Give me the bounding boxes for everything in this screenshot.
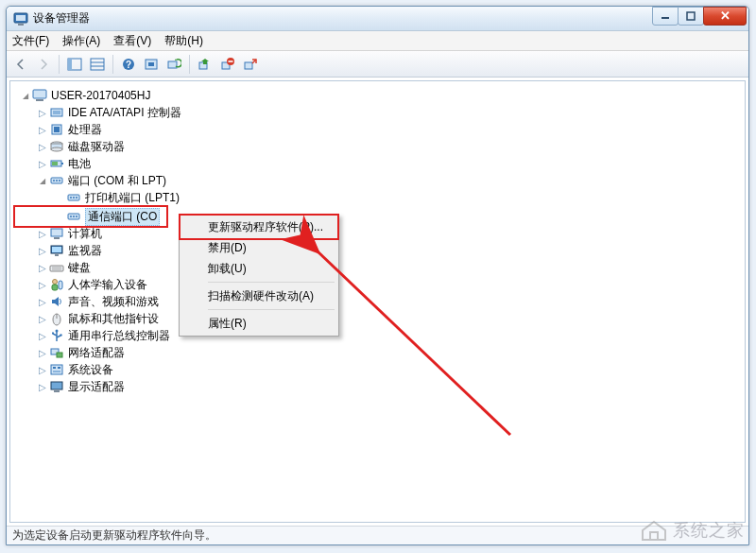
svg-point-42	[73, 216, 75, 217]
menu-action[interactable]: 操作(A)	[62, 33, 100, 49]
context-disable[interactable]: 禁用(D)	[181, 237, 336, 258]
tree-category[interactable]: 鼠标和其他指针设	[16, 310, 745, 327]
toolbar: ?	[7, 51, 748, 78]
menu-view[interactable]: 查看(V)	[113, 33, 151, 49]
tree-category[interactable]: 通用串行总线控制器	[16, 327, 745, 344]
monitor-icon	[49, 243, 64, 258]
svg-rect-30	[61, 163, 63, 164]
expand-toggle[interactable]	[37, 280, 47, 290]
svg-rect-7	[91, 59, 104, 70]
expand-toggle[interactable]	[20, 91, 30, 101]
expand-toggle[interactable]	[37, 229, 47, 239]
expand-toggle[interactable]	[37, 142, 47, 152]
menu-file[interactable]: 文件(F)	[12, 33, 49, 49]
tree-category[interactable]: 处理器	[16, 121, 745, 138]
context-uninstall[interactable]: 卸载(U)	[181, 258, 336, 279]
svg-rect-65	[51, 365, 62, 374]
tree-category[interactable]: 系统设备	[16, 361, 745, 378]
svg-rect-69	[51, 382, 62, 389]
tree-category[interactable]: 磁盘驱动器	[16, 138, 745, 155]
tree-root[interactable]: USER-20170405HJ	[16, 87, 745, 104]
view-detail-button[interactable]	[87, 54, 108, 75]
expand-toggle[interactable]	[37, 314, 47, 324]
svg-rect-23	[53, 111, 60, 114]
tree-category-label: 显示适配器	[68, 379, 125, 395]
tree-category-label: 键盘	[68, 260, 91, 276]
port-item-icon	[66, 190, 81, 205]
tree-category-label: 通用串行总线控制器	[68, 328, 170, 344]
menu-help[interactable]: 帮助(H)	[164, 33, 203, 49]
svg-point-34	[56, 180, 58, 181]
help-button[interactable]: ?	[118, 54, 139, 75]
svg-rect-54	[59, 281, 62, 289]
disable-button[interactable]	[240, 54, 261, 75]
tree-category[interactable]: 计算机	[16, 225, 745, 242]
svg-point-62	[60, 334, 61, 336]
svg-point-33	[53, 180, 55, 181]
keyboard-icon	[49, 260, 64, 275]
svg-rect-61	[52, 333, 54, 335]
sound-icon	[49, 294, 64, 309]
tree-category[interactable]: 人体学输入设备	[16, 276, 745, 293]
tree-category-label: 系统设备	[68, 362, 113, 378]
svg-rect-14	[168, 61, 177, 68]
tree-category-label: 监视器	[68, 243, 102, 259]
expand-toggle[interactable]	[37, 176, 47, 186]
expand-toggle[interactable]	[37, 365, 47, 375]
back-button[interactable]	[10, 54, 31, 75]
tree-category[interactable]: 声音、视频和游戏	[16, 293, 745, 310]
svg-rect-13	[148, 62, 154, 66]
svg-point-38	[73, 197, 75, 199]
minimize-button[interactable]	[652, 7, 679, 26]
context-update-driver[interactable]: 更新驱动程序软件(P)...	[181, 216, 336, 237]
maximize-button[interactable]	[678, 7, 704, 26]
expand-spacer	[54, 193, 64, 203]
show-hidden-button[interactable]	[141, 54, 162, 75]
svg-rect-72	[650, 532, 658, 540]
tree-item[interactable]: 打印机端口 (LPT1)	[16, 189, 745, 206]
expand-toggle[interactable]	[37, 159, 47, 169]
context-scan[interactable]: 扫描检测硬件改动(A)	[181, 285, 336, 306]
svg-rect-19	[245, 62, 252, 69]
uninstall-button[interactable]	[217, 54, 238, 75]
expand-toggle[interactable]	[37, 382, 47, 392]
svg-rect-67	[58, 367, 60, 369]
tree-item-label: 通信端口 (CO	[85, 208, 160, 226]
expand-toggle[interactable]	[37, 263, 47, 273]
window-controls: ✕	[653, 7, 747, 26]
svg-text:?: ?	[126, 60, 131, 70]
view-panel-button[interactable]	[64, 54, 85, 75]
tree-category[interactable]: 显示适配器	[16, 378, 745, 395]
tree-category[interactable]: 键盘	[16, 259, 745, 276]
tree-category[interactable]: 电池	[16, 155, 745, 172]
tree-item[interactable]: 通信端口 (CO	[16, 208, 165, 225]
context-properties[interactable]: 属性(R)	[181, 313, 336, 334]
svg-rect-21	[36, 99, 43, 101]
svg-point-35	[59, 180, 60, 181]
scan-hardware-button[interactable]	[163, 54, 184, 75]
network-icon	[49, 345, 64, 360]
battery-icon	[49, 156, 64, 171]
expand-toggle[interactable]	[37, 125, 47, 135]
expand-toggle[interactable]	[37, 297, 47, 307]
tree-category[interactable]: IDE ATA/ATAPI 控制器	[16, 104, 745, 121]
update-driver-button[interactable]	[195, 54, 215, 75]
tree-category-label: 鼠标和其他指针设	[68, 311, 159, 327]
svg-point-43	[76, 216, 77, 217]
device-tree[interactable]: USER-20170405HJ IDE ATA/ATAPI 控制器处理器磁盘驱动…	[10, 81, 745, 522]
tree-category-label: 计算机	[68, 226, 102, 242]
svg-point-37	[70, 197, 72, 199]
tree-category[interactable]: 网络适配器	[16, 344, 745, 361]
close-button[interactable]: ✕	[703, 7, 747, 26]
svg-rect-68	[53, 371, 60, 372]
expand-toggle[interactable]	[37, 246, 47, 256]
context-separator	[208, 309, 335, 310]
forward-button[interactable]	[33, 54, 54, 75]
tree-category[interactable]: 端口 (COM 和 LPT)	[16, 172, 745, 189]
tree-category[interactable]: 监视器	[16, 242, 745, 259]
expand-toggle[interactable]	[37, 348, 47, 358]
expand-toggle[interactable]	[37, 108, 47, 118]
expand-toggle[interactable]	[37, 331, 47, 341]
cpu-icon	[49, 122, 64, 137]
tree-category-label: 网络适配器	[68, 345, 125, 361]
